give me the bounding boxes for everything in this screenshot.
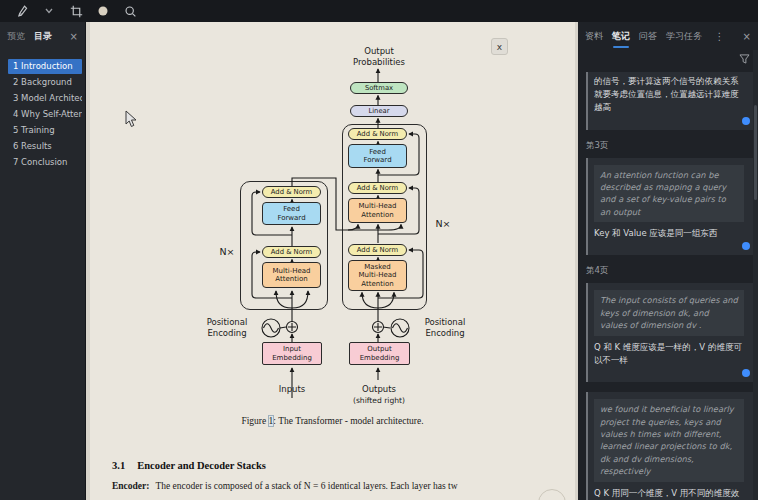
encoder-add-norm-bottom-box: Add & Norm xyxy=(262,246,321,258)
outline-item-why-self-attention[interactable]: 4 Why Self-Atten... xyxy=(8,107,82,122)
note-text: 的信号，要计算这两个信号的依赖关系就要考虑位置信息，位置越远计算难度越高 xyxy=(594,75,744,115)
note-sync-dot xyxy=(742,242,750,250)
page-3-label: 第3页 xyxy=(586,140,758,152)
note-card-query-key-dims[interactable]: The input consists of queries and keys o… xyxy=(586,283,753,382)
outline-item-model-architecture[interactable]: ▸3 Model Architec... xyxy=(8,91,82,106)
tab-tasks[interactable]: 学习任务 xyxy=(666,30,702,43)
diagram-connectors xyxy=(90,22,575,500)
notes-list[interactable]: 的信号，要计算这两个信号的依赖关系就要考虑位置信息，位置越远计算难度越高 第3页… xyxy=(578,72,758,500)
positional-encoding-right-label: Positional Encoding xyxy=(416,317,474,338)
note-text: Key 和 Value 应该是同一组东西 xyxy=(594,227,744,240)
positional-encoding-left-label: Positional Encoding xyxy=(198,317,256,338)
notes-sidebar-tabs: 资料 笔记 问答 学习任务 ⋮ × xyxy=(578,22,758,48)
outline-item-training[interactable]: ▸5 Training xyxy=(8,123,82,138)
input-embedding-box: Input Embedding xyxy=(262,342,322,365)
outline-item-background[interactable]: 2 Background xyxy=(8,75,82,90)
softmax-box: Softmax xyxy=(350,82,408,94)
encoder-add-norm-top-box: Add & Norm xyxy=(262,186,321,198)
top-toolbar xyxy=(0,0,758,22)
encoder-multi-head-attention-box: Multi-Head Attention xyxy=(262,262,321,288)
decoder-multi-head-attention-box: Multi-Head Attention xyxy=(348,198,407,223)
inputs-label: Inputs xyxy=(262,384,322,395)
decoder-add-norm-bottom-box: Add & Norm xyxy=(348,244,407,256)
outline-item-introduction[interactable]: 1 Introduction xyxy=(8,59,82,74)
notes-scrollbar-track[interactable] xyxy=(753,50,758,500)
record-icon[interactable] xyxy=(95,3,111,19)
note-card-attention-function[interactable]: An attention function can be described a… xyxy=(586,158,753,256)
search-icon[interactable] xyxy=(122,3,138,19)
output-embedding-box: Output Embedding xyxy=(349,342,410,365)
note-card-position-signal[interactable]: 的信号，要计算这两个信号的依赖关系就要考虑位置信息，位置越远计算难度越高 xyxy=(586,72,753,130)
notes-close-icon[interactable]: × xyxy=(743,31,751,42)
pdf-page: Softmax Linear Add & Norm Feed Forward A… xyxy=(90,22,575,500)
more-menu-icon[interactable]: ⋮ xyxy=(715,31,725,42)
decoder-add-norm-mid-box: Add & Norm xyxy=(348,182,407,194)
note-sync-dot xyxy=(742,117,750,125)
output-probabilities-label: Output Probabilities xyxy=(334,46,424,67)
note-quote: The input consists of queries and keys o… xyxy=(594,290,744,335)
tab-notes[interactable]: 笔记 xyxy=(612,30,630,43)
outline-sidebar-tabs: 预览 目录 × xyxy=(0,22,85,50)
decoder-add-norm-top-box: Add & Norm xyxy=(348,128,407,140)
n-times-left-label: N× xyxy=(216,246,238,258)
outline-item-label: 3 Model Architec... xyxy=(13,93,82,103)
note-text: Q 和 K 维度应该是一样的，V 的维度可以不一样 xyxy=(594,341,744,367)
outline-sidebar: 预览 目录 × 1 Introduction 2 Background ▸3 M… xyxy=(0,22,86,500)
notes-sidebar: 资料 笔记 问答 学习任务 ⋮ × 的信号，要计算这两个信号的依赖关系就要考虑位… xyxy=(578,22,758,500)
decoder-feed-forward-box: Feed Forward xyxy=(348,144,407,168)
tab-preview[interactable]: 预览 xyxy=(7,30,25,43)
sidebar-close-icon[interactable]: × xyxy=(70,31,78,42)
masked-multi-head-attention-box: Masked Multi-Head Attention xyxy=(348,260,407,291)
note-text: Q K 用同一个维度，V 用不同的维度效果更好 xyxy=(594,487,744,500)
app-logo-icon[interactable] xyxy=(14,3,30,19)
outline-item-results[interactable]: ▸6 Results xyxy=(8,139,82,154)
outline-item-label: 6 Results xyxy=(13,141,52,151)
encoder-feed-forward-box: Feed Forward xyxy=(262,202,321,225)
n-times-right-label: N× xyxy=(432,218,454,230)
page-4-label: 第4页 xyxy=(586,265,758,277)
crop-icon[interactable] xyxy=(68,3,84,19)
pdf-viewport[interactable]: Softmax Linear Add & Norm Feed Forward A… xyxy=(86,22,578,500)
chevron-down-icon[interactable] xyxy=(41,3,57,19)
note-sync-dot xyxy=(742,369,750,377)
note-quote: An attention function can be described a… xyxy=(594,165,744,223)
shifted-right-label: (shifted right) xyxy=(339,396,419,405)
note-quote: we found it beneficial to linearly proje… xyxy=(594,399,744,482)
outline-item-label: 5 Training xyxy=(13,125,55,135)
linear-box: Linear xyxy=(350,105,408,117)
mouse-cursor xyxy=(125,110,137,128)
filter-icon[interactable] xyxy=(739,54,750,64)
tab-qa[interactable]: 问答 xyxy=(639,30,657,43)
outputs-label: Outputs xyxy=(339,384,419,395)
notes-scrollbar-thumb[interactable] xyxy=(754,105,757,200)
tab-materials[interactable]: 资料 xyxy=(585,30,603,43)
tab-toc[interactable]: 目录 xyxy=(34,30,52,43)
toc-outline: 1 Introduction 2 Background ▸3 Model Arc… xyxy=(0,59,85,170)
note-card-linear-projections[interactable]: we found it beneficial to linearly proje… xyxy=(586,392,753,500)
annotation-close-button[interactable]: x xyxy=(491,38,508,55)
notes-filter-row xyxy=(578,48,758,70)
outline-item-conclusion[interactable]: 7 Conclusion xyxy=(8,155,82,170)
